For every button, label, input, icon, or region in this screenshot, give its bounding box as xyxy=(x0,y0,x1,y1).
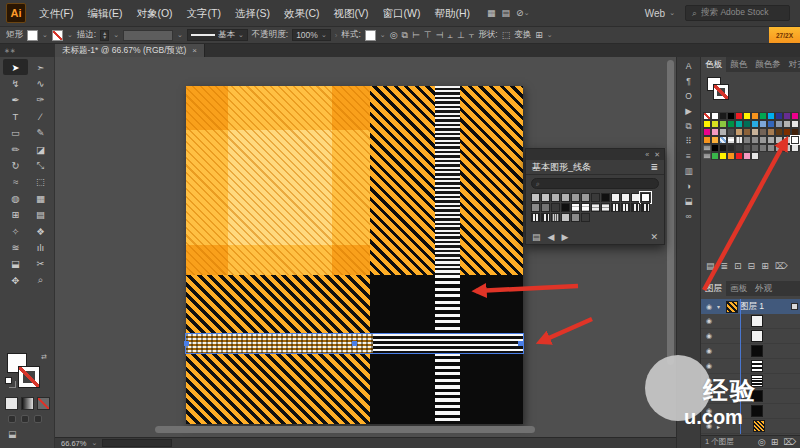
gradient-mode-button[interactable] xyxy=(21,397,34,410)
delete-swatch-icon[interactable]: ⌦ xyxy=(775,261,788,271)
visibility-eye-icon[interactable]: ◉ xyxy=(703,303,715,311)
swatch[interactable] xyxy=(767,144,775,152)
slice-tool[interactable]: ✂ xyxy=(28,256,53,272)
layer-child-row[interactable]: ◉ xyxy=(701,359,800,374)
swatch[interactable] xyxy=(783,120,791,128)
swatch[interactable] xyxy=(719,136,727,144)
swatch[interactable] xyxy=(751,152,759,160)
swatch[interactable] xyxy=(711,120,719,128)
chevron-down-icon[interactable]: ⌄ xyxy=(91,439,97,447)
delete-layer-icon[interactable]: ⌦ xyxy=(783,437,796,447)
target-icon[interactable]: ◎ xyxy=(758,437,766,447)
stroke-color-chip[interactable] xyxy=(52,30,63,41)
swatch[interactable] xyxy=(703,112,711,120)
swatch[interactable] xyxy=(751,112,759,120)
line-pattern-swatch[interactable] xyxy=(601,193,610,202)
chevron-down-icon[interactable]: ⌄ xyxy=(67,31,73,39)
swatch[interactable] xyxy=(775,120,783,128)
width-tool[interactable]: ≈ xyxy=(3,174,28,190)
swatch[interactable] xyxy=(743,136,751,144)
swatch[interactable] xyxy=(791,144,799,152)
rotate-tool[interactable]: ↻ xyxy=(3,157,28,173)
symbols-panel-icon[interactable]: ⬓ xyxy=(680,196,698,206)
layer-name[interactable]: 图层 1 xyxy=(740,301,764,313)
swatch[interactable] xyxy=(703,136,711,144)
gradient-panel-icon[interactable]: ▥ xyxy=(680,166,698,176)
line-pattern-swatch[interactable] xyxy=(571,193,580,202)
layer-row-selected[interactable]: ◉ ▾ 图层 1 xyxy=(701,299,800,314)
tab-artboards[interactable]: 画板 xyxy=(726,281,751,296)
selection-handle-right[interactable] xyxy=(518,341,523,346)
line-pattern-swatch[interactable] xyxy=(581,203,590,212)
line-pattern-swatch[interactable] xyxy=(641,203,650,212)
graphic-style-chip[interactable] xyxy=(365,30,376,41)
shaper-tool[interactable]: ✏ xyxy=(3,141,28,157)
visibility-eye-icon[interactable]: ◉ xyxy=(703,317,715,325)
menu-type[interactable]: 文字(T) xyxy=(180,0,228,27)
pattern-search-input[interactable]: ⌕ xyxy=(531,178,659,189)
swatch[interactable] xyxy=(783,144,791,152)
stroke-panel-icon[interactable]: ≡ xyxy=(680,151,698,161)
swatch[interactable] xyxy=(751,120,759,128)
arrange-documents-icon[interactable]: ▤ xyxy=(502,8,511,18)
tab-layers[interactable]: 图层 xyxy=(701,281,726,296)
swatch[interactable] xyxy=(751,136,759,144)
swatch[interactable] xyxy=(711,136,719,144)
artboard-tool[interactable]: ⬓ xyxy=(3,256,28,272)
line-pattern-swatch[interactable] xyxy=(611,203,620,212)
export-panel-icon[interactable]: ⧉ xyxy=(680,121,698,131)
new-color-group-icon[interactable]: ⊟ xyxy=(748,261,756,271)
menu-select[interactable]: 选择(S) xyxy=(228,0,277,27)
none-mode-button[interactable] xyxy=(37,397,50,410)
transform-panel-icon[interactable]: ⠿ xyxy=(680,136,698,146)
swatch[interactable] xyxy=(791,112,799,120)
menu-help[interactable]: 帮助(H) xyxy=(428,0,478,27)
tab-appearance[interactable]: 外观 xyxy=(751,281,776,296)
plaid-top-left-quadrant[interactable] xyxy=(186,86,370,275)
swatch[interactable] xyxy=(775,136,783,144)
prev-library-icon[interactable]: ◀ xyxy=(548,232,555,242)
swatch[interactable] xyxy=(735,136,743,144)
swatch-kinds-icon[interactable]: ≣ xyxy=(721,261,729,271)
swatch[interactable] xyxy=(767,128,775,136)
swatch[interactable] xyxy=(791,136,799,144)
layer-child-row[interactable]: ◉ xyxy=(701,344,800,359)
swatch[interactable] xyxy=(759,112,767,120)
line-pattern-swatch[interactable] xyxy=(631,203,640,212)
paragraph-panel-icon[interactable]: ¶ xyxy=(680,76,698,86)
swatch[interactable] xyxy=(783,112,791,120)
selection-handle-left[interactable] xyxy=(184,341,189,346)
swatch[interactable] xyxy=(719,144,727,152)
chevron-down-icon[interactable]: ▾ xyxy=(717,303,724,310)
selection-tool[interactable]: ➤ xyxy=(3,59,28,75)
recolor-artwork-icon[interactable]: ◎ xyxy=(390,30,398,40)
line-pattern-swatch[interactable] xyxy=(591,193,600,202)
swatch[interactable] xyxy=(711,144,719,152)
line-pattern-swatch[interactable] xyxy=(531,203,540,212)
rectangle-tool[interactable]: ▭ xyxy=(3,125,28,141)
close-icon[interactable]: × xyxy=(192,46,197,55)
swatch[interactable] xyxy=(727,112,735,120)
canvas-area[interactable] xyxy=(55,57,676,437)
swatch[interactable] xyxy=(719,128,727,136)
scale-tool[interactable]: ⤡ xyxy=(28,157,53,173)
swatch[interactable] xyxy=(775,112,783,120)
character-panel-icon[interactable]: A xyxy=(680,61,698,71)
stock-search-input[interactable]: ⌕ 搜索 Adobe Stock xyxy=(685,5,790,21)
swatch[interactable] xyxy=(711,128,719,136)
collapse-icons[interactable]: ∗∗ xyxy=(0,44,55,57)
line-pattern-swatch[interactable] xyxy=(571,203,580,212)
swatch[interactable] xyxy=(767,136,775,144)
swatch[interactable] xyxy=(743,144,751,152)
swatch[interactable] xyxy=(719,112,727,120)
color-mode-button[interactable] xyxy=(5,397,18,410)
line-pattern-swatch[interactable] xyxy=(531,193,540,202)
line-pattern-swatch[interactable] xyxy=(611,193,620,202)
free-transform-tool[interactable]: ⬚ xyxy=(28,174,53,190)
tab-swatches[interactable]: 色板 xyxy=(701,57,726,72)
menu-effect[interactable]: 效果(C) xyxy=(277,0,327,27)
swatch[interactable] xyxy=(767,112,775,120)
column-graph-tool[interactable]: ılı xyxy=(28,239,53,255)
swatch[interactable] xyxy=(703,120,711,128)
align-left-icon[interactable]: ⊢ xyxy=(412,30,420,41)
